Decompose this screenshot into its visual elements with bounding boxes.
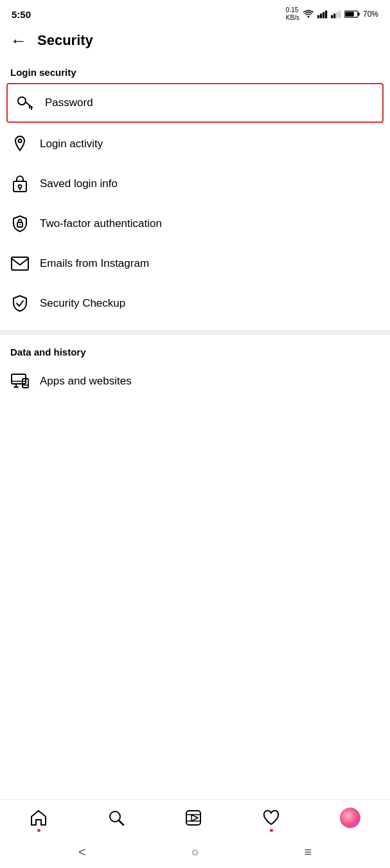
- login-security-label: Login security: [0, 55, 390, 82]
- svg-point-29: [110, 811, 120, 822]
- shield-check-icon: [10, 294, 30, 313]
- saved-login-info-label: Saved login info: [40, 177, 118, 190]
- status-bar: 5:50 0.15KB/s 70%: [0, 0, 390, 26]
- emails-label: Emails from Instagram: [40, 257, 149, 270]
- data-history-label: Data and history: [0, 335, 390, 361]
- svg-point-12: [18, 97, 26, 105]
- nav-search[interactable]: [107, 809, 125, 827]
- wifi-icon: [303, 10, 314, 19]
- heart-icon: [262, 809, 280, 827]
- page-title: Security: [37, 32, 93, 49]
- key-icon: [15, 93, 35, 113]
- reels-icon: [184, 809, 202, 827]
- two-factor-label: Two-factor authentication: [40, 217, 162, 230]
- svg-point-16: [19, 140, 22, 143]
- menu-item-two-factor[interactable]: Two-factor authentication: [0, 204, 390, 244]
- menu-item-security-checkup[interactable]: Security Checkup: [0, 284, 390, 323]
- menu-item-login-activity[interactable]: Login activity: [0, 124, 390, 164]
- svg-point-21: [19, 224, 21, 226]
- svg-rect-7: [336, 12, 338, 19]
- svg-rect-11: [345, 12, 354, 16]
- shield-lock-icon: [10, 214, 30, 233]
- svg-marker-32: [191, 815, 198, 821]
- nav-profile[interactable]: [340, 808, 360, 828]
- avatar: [340, 808, 360, 828]
- battery-icon: [344, 10, 360, 19]
- menu-item-apps-websites[interactable]: Apps and websites: [0, 361, 390, 401]
- home-icon: [30, 809, 48, 827]
- login-activity-label: Login activity: [40, 138, 103, 150]
- sys-home-button[interactable]: ○: [191, 845, 199, 860]
- svg-rect-1: [317, 15, 319, 19]
- header: ← Security: [0, 26, 390, 55]
- svg-rect-6: [333, 14, 335, 18]
- password-label: Password: [45, 96, 93, 109]
- sys-menu-button[interactable]: ≡: [304, 845, 312, 860]
- nav-home[interactable]: [30, 809, 48, 827]
- home-dot: [37, 829, 40, 832]
- svg-rect-5: [331, 15, 333, 19]
- menu-item-saved-login-info[interactable]: Saved login info: [0, 164, 390, 204]
- system-nav: < ○ ≡: [0, 836, 390, 868]
- nav-reels[interactable]: [184, 809, 202, 827]
- monitor-icon: [10, 372, 30, 391]
- menu-item-password[interactable]: Password: [6, 83, 384, 123]
- status-icons: 0.15KB/s 70%: [286, 6, 378, 22]
- svg-rect-2: [320, 14, 322, 18]
- svg-point-0: [308, 16, 310, 18]
- svg-rect-3: [323, 12, 324, 19]
- signal2-icon: [331, 10, 341, 19]
- search-icon: [107, 809, 125, 827]
- svg-rect-22: [12, 257, 28, 270]
- apps-websites-label: Apps and websites: [40, 375, 132, 388]
- keyhole-icon: [10, 174, 30, 194]
- svg-rect-8: [339, 10, 341, 18]
- battery-pct: 70%: [363, 10, 378, 19]
- status-time: 5:50: [12, 9, 31, 20]
- menu-item-emails[interactable]: Emails from Instagram: [0, 244, 390, 284]
- security-checkup-label: Security Checkup: [40, 297, 125, 310]
- nav-activity[interactable]: [262, 809, 280, 827]
- svg-rect-4: [325, 10, 327, 18]
- signal-icon: [317, 10, 328, 19]
- section-divider: [0, 330, 390, 335]
- email-icon: [10, 254, 30, 273]
- svg-line-30: [119, 821, 123, 826]
- location-icon: [10, 134, 30, 154]
- bottom-nav: [0, 799, 390, 836]
- svg-rect-10: [358, 13, 359, 16]
- back-button[interactable]: ←: [10, 32, 27, 49]
- network-speed-icon: 0.15KB/s: [286, 6, 299, 22]
- sys-back-button[interactable]: <: [78, 845, 86, 860]
- heart-dot: [270, 829, 273, 832]
